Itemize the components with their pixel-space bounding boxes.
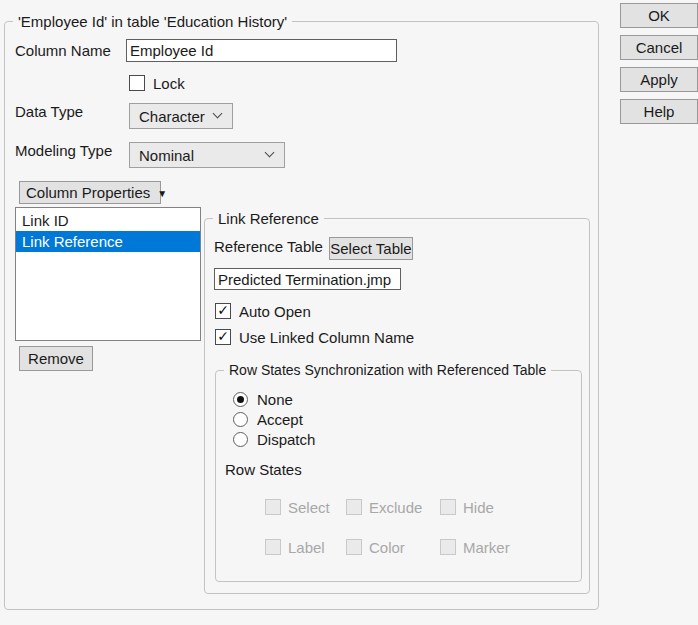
exclude-state-label: Exclude: [369, 499, 422, 516]
checkmark-icon: ✓: [217, 329, 229, 343]
column-properties-label: Column Properties: [26, 184, 150, 201]
link-reference-groupbox: Link Reference Reference Table Select Ta…: [204, 218, 590, 594]
data-type-dropdown[interactable]: Character: [129, 103, 233, 129]
row-states-sync-title: Row States Synchronization with Referenc…: [224, 361, 551, 380]
auto-open-label: Auto Open: [239, 303, 311, 320]
properties-listbox[interactable]: Link ID Link Reference: [15, 207, 201, 341]
use-linked-column-name-checkbox[interactable]: ✓: [215, 329, 231, 345]
row-states-sync-groupbox: Row States Synchronization with Referenc…: [215, 370, 582, 582]
ok-button[interactable]: OK: [620, 3, 698, 28]
column-info-groupbox: 'Employee Id' in table 'Education Histor…: [4, 21, 599, 610]
list-item-link-id[interactable]: Link ID: [16, 210, 200, 231]
color-state-checkbox: [346, 539, 362, 555]
auto-open-checkbox[interactable]: ✓: [215, 303, 231, 319]
color-state-label: Color: [369, 539, 405, 556]
hide-state-label: Hide: [463, 499, 494, 516]
marker-state-checkbox: [440, 539, 456, 555]
hide-state-checkbox: [440, 499, 456, 515]
apply-button[interactable]: Apply: [620, 67, 698, 92]
select-table-button[interactable]: Select Table: [329, 237, 413, 260]
marker-state-label: Marker: [463, 539, 510, 556]
list-item-link-reference[interactable]: Link Reference: [16, 231, 200, 252]
reference-table-input[interactable]: [214, 268, 401, 290]
exclude-state-checkbox: [346, 499, 362, 515]
chevron-down-icon: [265, 148, 275, 158]
help-button[interactable]: Help: [620, 99, 698, 124]
radio-none[interactable]: [233, 392, 248, 407]
data-type-label: Data Type: [15, 103, 83, 120]
row-states-label: Row States: [225, 461, 302, 478]
column-properties-button[interactable]: Column Properties ▼: [19, 181, 161, 204]
dialog-title: 'Employee Id' in table 'Education Histor…: [13, 12, 292, 31]
lock-checkbox[interactable]: [129, 75, 145, 91]
menu-arrow-icon: ▼: [157, 188, 167, 199]
radio-accept-label: Accept: [257, 411, 303, 428]
modeling-type-value: Nominal: [139, 147, 194, 164]
label-state-checkbox: [265, 539, 281, 555]
cancel-button[interactable]: Cancel: [620, 35, 698, 60]
reference-table-label: Reference Table: [214, 238, 323, 255]
lock-label: Lock: [153, 75, 185, 92]
radio-none-label: None: [257, 391, 293, 408]
modeling-type-dropdown[interactable]: Nominal: [129, 142, 285, 168]
data-type-value: Character: [139, 108, 205, 125]
link-reference-title: Link Reference: [213, 209, 324, 228]
modeling-type-label: Modeling Type: [15, 142, 112, 159]
checkmark-icon: ✓: [217, 303, 229, 317]
remove-button[interactable]: Remove: [19, 346, 93, 371]
use-linked-column-name-label: Use Linked Column Name: [239, 329, 414, 346]
chevron-down-icon: [213, 109, 223, 119]
radio-accept[interactable]: [233, 412, 248, 427]
column-name-input[interactable]: [126, 39, 397, 62]
select-state-label: Select: [288, 499, 330, 516]
column-name-label: Column Name: [15, 42, 111, 59]
radio-dispatch[interactable]: [233, 432, 248, 447]
label-state-label: Label: [288, 539, 325, 556]
radio-dispatch-label: Dispatch: [257, 431, 315, 448]
select-state-checkbox: [265, 499, 281, 515]
